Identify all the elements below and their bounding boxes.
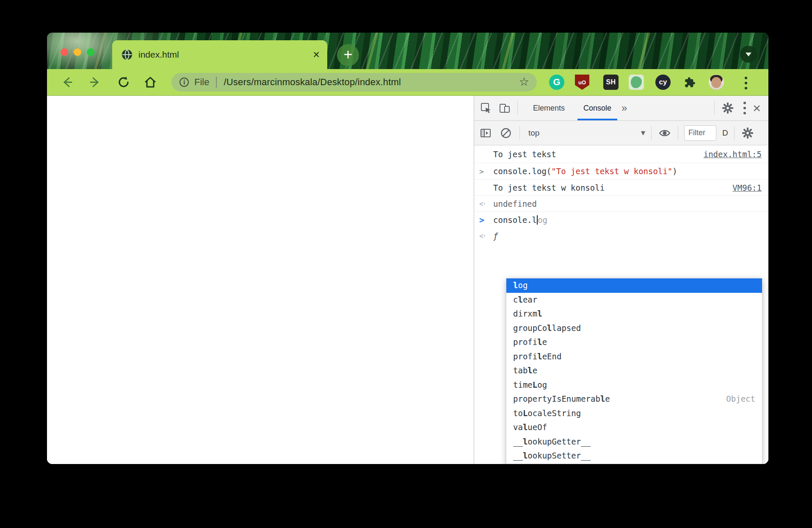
url-scheme-label: File [194,77,209,88]
dropdown-arrow-icon: ▼ [641,130,645,136]
profile-chip-button[interactable] [740,46,757,63]
return-value-icon: <· [479,196,485,211]
console-result-row: <· undefined [474,196,768,212]
autocomplete-item[interactable]: __lookupSetter__ [506,449,762,463]
forward-button[interactable] [89,76,102,89]
console-log-row: To jest tekst w konsoli VM96:1 [474,180,768,196]
autocomplete-item[interactable]: dirxml [506,307,762,321]
zoom-window-button[interactable] [87,48,94,56]
eye-icon[interactable] [658,127,671,139]
sh-extension-icon[interactable]: SH [603,75,619,90]
divider [519,126,520,140]
divider [651,126,652,140]
back-button[interactable] [61,76,73,89]
autocomplete-item[interactable]: log [506,278,762,293]
device-toolbar-icon[interactable] [499,102,511,114]
browser-toolbar: File /Users/marcinmoskala/Desktop/index.… [47,69,768,96]
autocomplete-item[interactable]: groupCollapsed [506,321,762,336]
devtools-close-icon[interactable]: × [753,101,761,115]
log-text: To jest tekst [493,150,556,159]
console-toolbar: top ▼ D [474,121,768,145]
autocomplete-history-list: >log("To jest tekst w konsoli")>log((4 *… [506,463,762,464]
url-path[interactable]: /Users/marcinmoskala/Desktop/index.html [224,77,401,88]
globe-favicon-icon [122,49,133,60]
divider [517,101,518,115]
context-selector[interactable]: top ▼ [528,128,645,138]
command-chevron-icon: > [479,163,484,179]
ublock-extension-icon[interactable]: uO [575,75,589,90]
screenshot-stage: index.html × + [0,0,812,528]
bookmark-star-icon[interactable]: ☆ [519,75,529,88]
traffic-lights [61,48,94,56]
autocomplete-item[interactable]: __lookupGetter__ [506,435,762,449]
browser-tab[interactable]: index.html × [112,40,327,69]
console-messages: To jest tekst index.html:5 > console.log… [474,145,768,464]
log-levels-dropdown[interactable]: D [722,128,728,138]
history-suggestion[interactable]: >log("To jest tekst w konsoli") [506,463,762,464]
green-extension-icon[interactable] [629,75,644,90]
source-link[interactable]: index.html:5 [704,150,762,159]
settings-gear-icon[interactable] [721,102,734,114]
autocomplete-item[interactable]: toLocaleString [506,406,762,421]
source-link[interactable]: VM96:1 [732,183,762,192]
tab-elements[interactable]: Elements [524,96,574,120]
autocomplete-item[interactable]: clear [506,293,762,307]
autocomplete-item[interactable]: profileEnd [506,350,762,364]
devtools-tabbar: Elements Console » [474,96,768,121]
autocomplete-item[interactable]: propertyIsEnumerableObject [506,392,762,406]
tab-console[interactable]: Console [574,96,621,120]
browser-menu-icon[interactable] [745,77,747,89]
prompt-chevron-icon: > [479,212,484,228]
minimize-window-button[interactable] [74,48,81,56]
autocomplete-dropdown: logcleardirxmlgroupCollapsedprofileprofi… [506,278,762,464]
function-preview: ƒ [493,231,498,241]
cy-extension-icon[interactable]: cy [655,75,671,90]
context-selector-value: top [528,128,539,138]
autocomplete-item[interactable]: table [506,364,762,378]
content-area: Elements Console » [47,96,768,464]
autocomplete-item[interactable]: valueOf [506,420,762,435]
inspect-element-icon[interactable] [480,102,492,114]
divider [714,101,715,115]
profile-avatar[interactable] [709,75,724,90]
autocomplete-item[interactable]: timeLog [506,378,762,392]
autocomplete-annotation: Object [726,392,755,406]
tab-title: index.html [138,50,313,60]
page-viewport [47,96,474,464]
command-text: console.log("To jest tekst w konsoli") [493,167,677,176]
devtools-panel: Elements Console » [474,96,768,464]
address-separator [216,77,217,88]
close-window-button[interactable] [61,48,68,56]
grammarly-extension-icon[interactable]: G [549,75,564,90]
divider [678,126,678,140]
console-log-row: To jest tekst index.html:5 [474,145,768,163]
console-input[interactable]: console.log [493,215,547,225]
clear-console-icon[interactable] [500,127,512,139]
new-tab-button[interactable]: + [337,44,359,66]
more-tabs-icon[interactable]: » [621,102,627,114]
divider [734,126,735,140]
extensions-puzzle-icon[interactable] [682,75,697,90]
eval-preview-row: <· ƒ [474,228,768,244]
console-sidebar-icon[interactable] [480,127,492,139]
address-bar[interactable]: File /Users/marcinmoskala/Desktop/index.… [171,73,537,92]
tab-close-icon[interactable]: × [313,49,320,61]
browser-window: index.html × + [47,33,768,464]
chevron-right-icon: > [511,464,516,464]
info-icon[interactable] [179,77,189,87]
result-value: undefined [493,199,537,208]
reload-button[interactable] [117,76,130,89]
console-settings-gear-icon[interactable] [741,127,754,139]
autocomplete-item[interactable]: profile [506,335,762,350]
console-command-echo-row[interactable]: > console.log("To jest tekst w konsoli") [474,163,768,180]
return-value-icon: <· [479,228,485,244]
chevron-down-icon [746,53,751,56]
home-button[interactable] [144,76,157,89]
filter-input[interactable] [684,125,716,141]
console-prompt-row[interactable]: > console.log [474,212,768,228]
window-frame-header: index.html × + [47,33,768,69]
autocomplete-list: logcleardirxmlgroupCollapsedprofileprofi… [506,278,762,463]
devtools-menu-icon[interactable] [743,102,746,114]
log-text: To jest tekst w konsoli [493,183,605,192]
